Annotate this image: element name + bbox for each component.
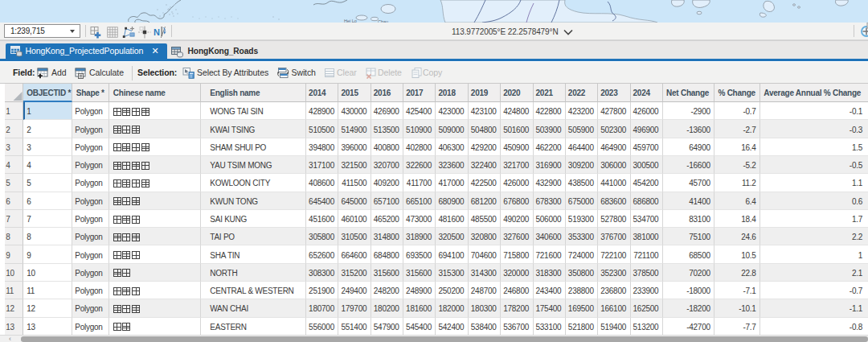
svg-text:N: N — [154, 27, 160, 36]
